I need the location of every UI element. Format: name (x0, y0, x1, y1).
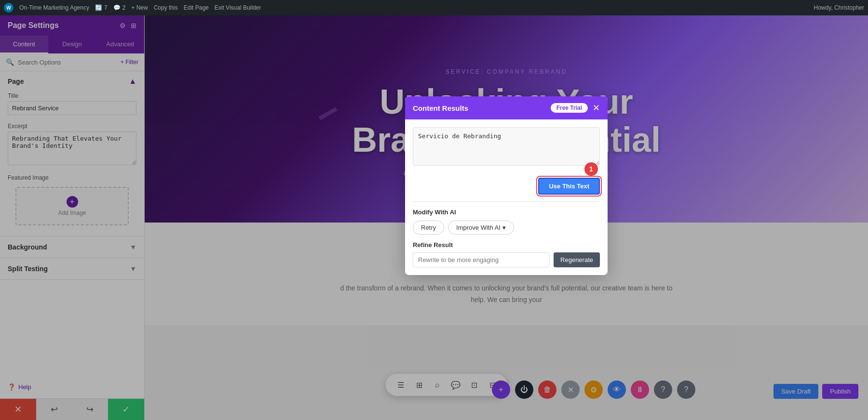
admin-user-label: Howdy, Christopher (814, 4, 864, 11)
step-badge: 1 (584, 162, 598, 176)
modify-label: Modify With AI (413, 209, 600, 216)
modal-header-right: Free Trial ✕ (551, 103, 600, 113)
free-trial-badge: Free Trial (551, 103, 588, 113)
content-result-textarea[interactable]: Servicio de Rebranding (413, 127, 600, 166)
new-button[interactable]: + New (131, 4, 148, 11)
step-indicator: 1 (413, 162, 598, 176)
modal-close-icon: ✕ (593, 103, 600, 113)
comments-count[interactable]: 💬 2 (113, 4, 126, 11)
admin-bar: W On-Time Marketing Agency 🔄 7 💬 2 + New… (0, 0, 868, 15)
modal-body: Servicio de Rebranding 1 Use This Text M… (405, 119, 608, 275)
refine-row: Regenerate (413, 252, 600, 267)
edit-page-button[interactable]: Edit Page (184, 4, 209, 11)
refine-input[interactable] (413, 252, 550, 267)
modal-close-button[interactable]: ✕ (593, 104, 600, 112)
use-this-text-button[interactable]: Use This Text (538, 178, 600, 195)
copy-this-button[interactable]: Copy this (154, 4, 178, 11)
modal-overlay[interactable]: Content Results Free Trial ✕ Servicio de… (0, 0, 868, 420)
wp-logo-icon[interactable]: W (4, 3, 14, 13)
modal-divider (413, 201, 600, 202)
improve-arrow-icon: ▾ (502, 224, 506, 231)
exit-visual-builder-button[interactable]: Exit Visual Builder (215, 4, 261, 11)
modal-title: Content Results (413, 104, 468, 112)
modify-buttons: Retry Improve With AI ▾ (413, 221, 600, 235)
refine-label: Refine Result (413, 241, 600, 249)
retry-button[interactable]: Retry (413, 221, 444, 235)
modal-header: Content Results Free Trial ✕ (405, 96, 608, 119)
improve-with-ai-button[interactable]: Improve With AI ▾ (448, 221, 514, 235)
regenerate-button[interactable]: Regenerate (554, 252, 600, 267)
updates-count[interactable]: 🔄 7 (95, 4, 108, 11)
content-results-modal: Content Results Free Trial ✕ Servicio de… (405, 96, 608, 275)
site-name[interactable]: On-Time Marketing Agency (19, 4, 89, 11)
